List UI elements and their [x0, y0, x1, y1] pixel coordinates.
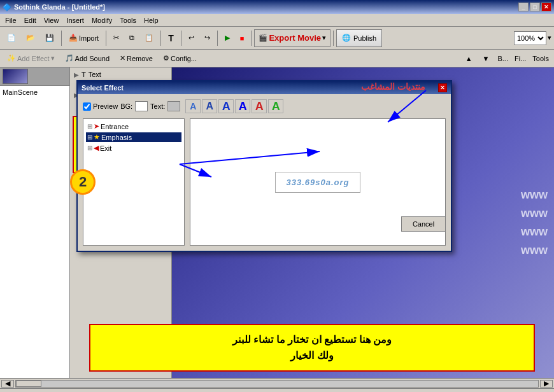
- letter-btn-3[interactable]: A: [218, 99, 234, 113]
- menu-help[interactable]: Help: [140, 15, 162, 25]
- annotation-line1: ومن هنا تستطيع ان تختار ما تشاء للبنر: [99, 332, 525, 348]
- close-button[interactable]: ✕: [541, 3, 551, 11]
- menu-insert[interactable]: Insert: [62, 15, 88, 25]
- text-color-picker[interactable]: [167, 101, 180, 111]
- letter-btn-4[interactable]: A: [235, 99, 250, 113]
- preview-inner: 333.69s0a.org: [275, 172, 360, 193]
- add-sound-button[interactable]: 🎵 Add Sound: [60, 52, 114, 66]
- add-effect-label: Add Effect: [17, 55, 50, 62]
- publish-icon: 🌐: [342, 34, 351, 42]
- remove-label: Remove: [127, 55, 153, 62]
- window-controls: _ □ ✕: [518, 3, 551, 11]
- select-effect-dialog: Select Effect منتديات المشاغب ✕ Preview …: [76, 80, 452, 252]
- text-button[interactable]: T: [164, 29, 178, 47]
- app-icon: 🔷: [3, 3, 11, 11]
- entrance-arrow-icon: ➤: [94, 122, 99, 130]
- stop-button[interactable]: ■: [236, 29, 249, 47]
- dialog-close-button[interactable]: ✕: [438, 83, 447, 92]
- letter-btn-5[interactable]: A: [252, 99, 267, 113]
- export-dropdown-icon: ▾: [322, 34, 326, 42]
- import-label: Import: [79, 34, 99, 42]
- config-button[interactable]: ⚙ Config...: [159, 52, 201, 66]
- scroll-left-button[interactable]: ◀: [1, 380, 14, 388]
- undo-button[interactable]: ↩: [184, 29, 199, 47]
- emphasis-label: Emphasis: [101, 134, 132, 141]
- publish-label: Publish: [353, 34, 376, 42]
- add-effect-icon: ✨: [7, 54, 16, 62]
- menu-view[interactable]: View: [40, 15, 63, 25]
- config-icon: ⚙: [163, 54, 169, 62]
- menu-file[interactable]: File: [1, 15, 20, 25]
- entrance-expand-icon: ⊞: [87, 123, 92, 130]
- svg-line-1: [388, 90, 426, 122]
- effect-group-entrance: ⊞ ➤ Entrance: [86, 122, 181, 131]
- import-icon: 📥: [69, 34, 78, 42]
- dialog-overlay: Select Effect منتديات المشاغب ✕ Preview …: [0, 67, 554, 378]
- dialog-content: 2 ⊞ ➤ Entrance ⊞: [83, 118, 446, 246]
- play-button[interactable]: ▶: [220, 29, 234, 47]
- remove-button[interactable]: ✕ Remove: [115, 52, 157, 66]
- add-effect-button[interactable]: ✨ Add Effect ▾: [3, 52, 59, 66]
- add-sound-icon: 🎵: [65, 54, 74, 62]
- paste-button[interactable]: 📋: [140, 29, 158, 47]
- minimize-button[interactable]: _: [518, 3, 529, 11]
- separator-4: [181, 31, 181, 46]
- menu-edit[interactable]: Edit: [20, 15, 40, 25]
- export-icon: 🎬: [259, 34, 267, 42]
- app-title: Sothink Glanda - [Untitled*]: [14, 3, 105, 11]
- menu-modify[interactable]: Modify: [88, 15, 116, 25]
- zoom-select[interactable]: 100% 50% 75% 150% 200%: [514, 31, 546, 45]
- separator-1: [61, 31, 62, 46]
- entrance-header[interactable]: ⊞ ➤ Entrance: [86, 122, 181, 131]
- cancel-label: Cancel: [413, 220, 434, 228]
- export-movie-button[interactable]: 🎬 Export Movie ▾: [254, 29, 330, 47]
- redo-button[interactable]: ↪: [200, 29, 215, 47]
- secondary-toolbar: ✨ Add Effect ▾ 🎵 Add Sound ✕ Remove ⚙ Co…: [0, 50, 554, 67]
- scroll-up-button[interactable]: ▲: [461, 52, 477, 66]
- letter-btn-6[interactable]: A: [268, 99, 283, 113]
- maximize-button[interactable]: □: [530, 3, 540, 11]
- save-icon: 💾: [45, 34, 54, 42]
- cancel-button[interactable]: Cancel: [401, 216, 446, 232]
- status-bar: For Help, press F1: [0, 388, 554, 392]
- config-label: Config...: [171, 55, 197, 62]
- scroll-thumb[interactable]: [16, 381, 41, 387]
- new-button[interactable]: 📄: [3, 29, 20, 47]
- zoom-dropdown-icon: ▾: [548, 34, 551, 42]
- open-button[interactable]: 📂: [22, 29, 39, 47]
- save-button[interactable]: 💾: [41, 29, 59, 47]
- title-bar: 🔷 Sothink Glanda - [Untitled*] _ □ ✕: [0, 0, 554, 14]
- emphasis-header[interactable]: ⊞ ★ Emphasis: [86, 132, 181, 142]
- h-scrollbar[interactable]: ◀ ▶: [0, 378, 554, 388]
- text-label-txt: Text:: [150, 102, 165, 110]
- scroll-track[interactable]: [15, 380, 539, 388]
- import-button[interactable]: 📥 Import: [64, 29, 103, 47]
- letter-btn-2[interactable]: A: [202, 99, 217, 113]
- letter-buttons-group: A A A A A A: [185, 99, 283, 113]
- publish-button[interactable]: 🌐 Publish: [336, 29, 382, 47]
- letter-btn-1[interactable]: A: [185, 99, 201, 113]
- emphasis-expand-icon: ⊞: [87, 134, 92, 141]
- preview-checkbox[interactable]: [83, 102, 91, 111]
- preview-text-sample: 333.69s0a.org: [286, 178, 349, 187]
- exit-header[interactable]: ⊞ ◀ Exit: [86, 143, 181, 153]
- scroll-right-button[interactable]: ▶: [540, 380, 553, 388]
- bg-group: BG:: [120, 101, 148, 111]
- menu-bar: File Edit View Insert Modify Tools Help: [0, 14, 554, 27]
- dialog-title: Select Effect: [82, 84, 124, 92]
- menu-tools[interactable]: Tools: [116, 15, 140, 25]
- add-sound-label: Add Sound: [75, 55, 110, 62]
- bg-color-picker[interactable]: [135, 101, 148, 111]
- separator-7: [333, 31, 334, 46]
- copy-button[interactable]: ⧉: [125, 29, 139, 47]
- annotation-line2: ولك الخيار: [99, 347, 525, 364]
- export-label: Export Movie: [269, 33, 321, 43]
- exit-label: Exit: [100, 144, 111, 152]
- new-icon: 📄: [7, 34, 16, 42]
- scroll-down-button[interactable]: ▼: [478, 52, 494, 66]
- effects-tree[interactable]: ⊞ ➤ Entrance ⊞ ★ Emphasis: [83, 118, 185, 246]
- cut-button[interactable]: ✂: [109, 29, 124, 47]
- preview-checkbox-group: Preview: [83, 102, 118, 111]
- separator-2: [106, 31, 106, 46]
- effect-group-emphasis: ⊞ ★ Emphasis: [86, 132, 181, 142]
